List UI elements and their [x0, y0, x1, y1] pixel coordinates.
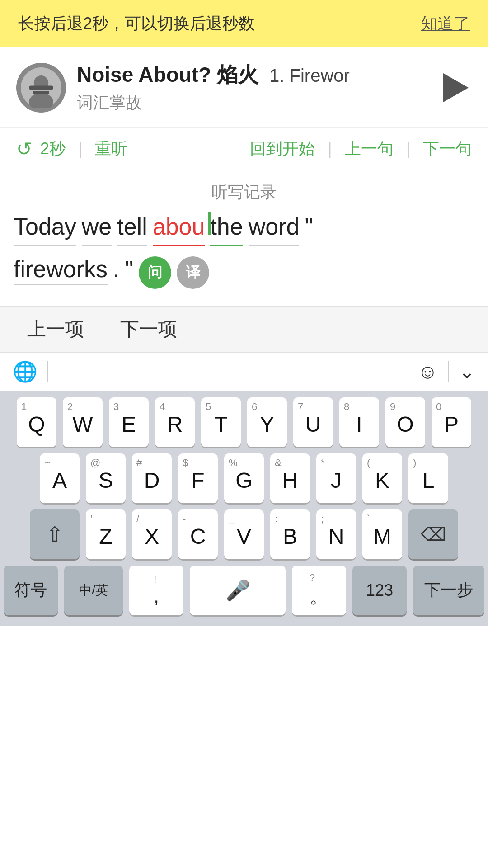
player-title: Noise About? 焰火 [77, 61, 258, 89]
key-a[interactable]: ~A [40, 453, 80, 503]
key-y[interactable]: 6Y [247, 397, 287, 447]
shift-key[interactable]: ⇧ [30, 509, 80, 559]
replay-icon: ↺ [16, 138, 32, 160]
divider1: | [78, 140, 82, 159]
period-key[interactable]: ? 。 [292, 566, 346, 615]
ask-circle[interactable]: 问 [139, 256, 171, 289]
dictation-line-1: Today we tell abou the word " [14, 212, 474, 246]
play-button[interactable] [436, 70, 472, 106]
dictation-line-2: fireworks . " 问 译 [14, 254, 474, 289]
ctrl-left: ↺ 2秒 | 重听 [16, 138, 250, 160]
translate-circle[interactable]: 译 [177, 256, 209, 289]
key-row-2: ~A @S #D $F %G &H *J (K )L [4, 453, 484, 503]
comma-char: , [154, 585, 159, 607]
key-p[interactable]: 0P [432, 397, 471, 447]
close-quote: " [125, 255, 133, 283]
fuhu-key[interactable]: 符号 [4, 566, 58, 615]
key-row-3: ⇧ 'Z /X -C _V :B ;N `M ⌫ [4, 509, 484, 559]
word-we: we [82, 212, 112, 246]
key-f[interactable]: $F [178, 453, 218, 503]
keyboard-bar: 🌐 ☺ ⌄ [0, 352, 488, 391]
back-to-start-button[interactable]: 回到开始 [250, 138, 315, 160]
key-s[interactable]: @S [86, 453, 126, 503]
bottom-toolbar: 上一项 下一项 [0, 306, 488, 352]
ctrl-right: 回到开始 | 上一句 | 下一句 [250, 138, 472, 160]
key-t[interactable]: 5T [201, 397, 241, 447]
key-r[interactable]: 4R [155, 397, 195, 447]
divider3: | [406, 140, 410, 159]
key-i[interactable]: 8I [339, 397, 379, 447]
globe-keyboard-icon[interactable]: 🌐 [13, 360, 38, 383]
kb-sep2 [448, 361, 449, 382]
key-q[interactable]: 1Q [17, 397, 56, 447]
mic-icon: 🎤 [225, 579, 250, 602]
word-fireworks: fireworks [14, 254, 108, 286]
key-z[interactable]: 'Z [86, 509, 126, 559]
num123-key[interactable]: 123 [352, 566, 407, 615]
top-banner: 长按后退2秒，可以切换后退秒数 知道了 [0, 0, 488, 47]
divider2: | [328, 140, 332, 159]
key-g[interactable]: %G [224, 453, 264, 503]
key-u[interactable]: 7U [293, 397, 333, 447]
banner-action[interactable]: 知道了 [421, 13, 470, 35]
key-l[interactable]: )L [408, 453, 448, 503]
key-w[interactable]: 2W [63, 397, 103, 447]
avatar [16, 63, 66, 113]
dictation-header: 听写记录 [0, 170, 488, 207]
key-o[interactable]: 9O [385, 397, 425, 447]
emoji-icon[interactable]: ☺ [418, 360, 438, 383]
question-sym: ? [310, 572, 315, 584]
key-e[interactable]: 3E [109, 397, 149, 447]
next-sentence-button[interactable]: 下一句 [423, 138, 472, 160]
player-track: 1. Firewor [269, 66, 350, 86]
key-row-1: 1Q 2W 3E 4R 5T 6Y 7U 8I 9O 0P [4, 397, 484, 447]
relisten-button[interactable]: 重听 [95, 138, 127, 160]
comma-key[interactable]: ! , [129, 566, 183, 615]
open-quote: " [305, 213, 313, 240]
play-icon [443, 73, 469, 102]
keyboard: 1Q 2W 3E 4R 5T 6Y 7U 8I 9O 0P ~A @S #D $… [0, 391, 488, 626]
delete-key[interactable]: ⌫ [408, 509, 458, 559]
key-h[interactable]: &H [270, 453, 310, 503]
word-word: word [249, 212, 300, 246]
player-section: Noise About? 焰火 1. Firewor 词汇掌故 [0, 47, 488, 128]
controls-row: ↺ 2秒 | 重听 回到开始 | 上一句 | 下一句 [0, 128, 488, 170]
key-x[interactable]: /X [132, 509, 172, 559]
word-the: the [210, 212, 243, 246]
comma-sym: ! [154, 574, 156, 585]
key-v[interactable]: _V [224, 509, 264, 559]
word-today: Today [14, 212, 76, 246]
space-mic-key[interactable]: 🎤 [190, 566, 286, 615]
keyboard-down-icon[interactable]: ⌄ [459, 360, 475, 383]
word-tell: tell [117, 212, 147, 246]
player-subtitle: 词汇掌故 [77, 92, 425, 114]
banner-text: 长按后退2秒，可以切换后退秒数 [18, 13, 255, 35]
dictation-text: Today we tell abou the word " fireworks … [0, 207, 488, 306]
replay-seconds[interactable]: 2秒 [40, 138, 66, 160]
next-step-key[interactable]: 下一步 [413, 566, 484, 615]
key-c[interactable]: -C [178, 509, 218, 559]
kb-sep1 [47, 361, 48, 382]
period-char: 。 [310, 584, 328, 609]
period-punct: . [113, 255, 119, 283]
svg-rect-4 [33, 91, 49, 94]
key-row-bottom: 符号 中/英 ! , 🎤 ? 。 123 下一步 [4, 566, 484, 615]
key-b[interactable]: :B [270, 509, 310, 559]
key-j[interactable]: *J [316, 453, 356, 503]
key-d[interactable]: #D [132, 453, 172, 503]
player-info: Noise About? 焰火 1. Firewor 词汇掌故 [77, 61, 425, 114]
word-abou: abou [153, 212, 205, 246]
prev-item-button[interactable]: 上一项 [27, 316, 84, 342]
key-m[interactable]: `M [362, 509, 402, 559]
key-n[interactable]: ;N [316, 509, 356, 559]
svg-rect-3 [29, 85, 53, 90]
zhong-ying-key[interactable]: 中/英 [64, 566, 123, 615]
next-item-button[interactable]: 下一项 [120, 316, 177, 342]
key-k[interactable]: (K [362, 453, 402, 503]
prev-sentence-button[interactable]: 上一句 [345, 138, 394, 160]
